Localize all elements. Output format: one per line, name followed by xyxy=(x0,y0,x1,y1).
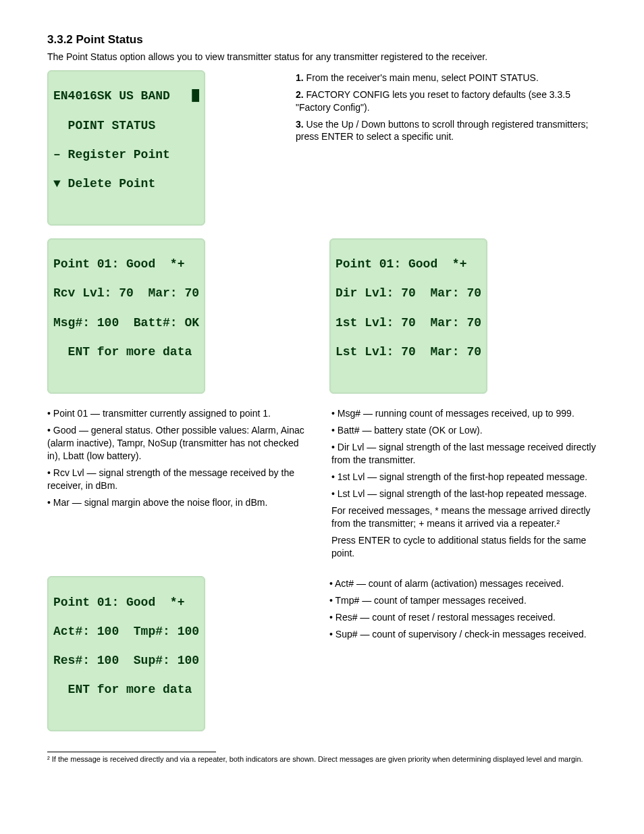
counts-bullet-2: Tmp# — count of tamper messages received… xyxy=(336,595,527,606)
lcd-status-counts-line-1: Point 01: Good *+ xyxy=(53,596,199,610)
left-bullet-2: Good — general status. Other possible va… xyxy=(47,425,304,461)
lcd-menu-screen: EN4016SK US BAND █ POINT STATUS – Regist… xyxy=(47,70,205,226)
right-bullet-2: Batt# — battery state (OK or Low). xyxy=(338,425,483,436)
counts-bullet-3: Res# — count of reset / restoral message… xyxy=(336,612,556,623)
lcd-menu-line-1: EN4016SK US BAND █ xyxy=(53,89,199,104)
lcd-status-hops: Point 01: Good *+ Dir Lvl: 70 Mar: 70 1s… xyxy=(329,238,487,394)
explanation-columns: • Point 01 — transmitter currently assig… xyxy=(47,406,597,563)
footnote-rule xyxy=(47,752,216,752)
lcd-status-primary: Point 01: Good *+ Rcv Lvl: 70 Mar: 70 Ms… xyxy=(47,238,205,394)
top-row: EN4016SK US BAND █ POINT STATUS – Regist… xyxy=(47,70,597,226)
section-heading: 3.3.2 Point Status xyxy=(47,32,597,48)
right-note-1: For received messages, * means the messa… xyxy=(331,504,597,530)
lcd-menu-line-2: POINT STATUS xyxy=(53,119,199,134)
lcd-status-hops-line-3: 1st Lvl: 70 Mar: 70 xyxy=(336,316,481,331)
right-bullet-5: Lst Lvl — signal strength of the last-ho… xyxy=(338,488,587,499)
step-list: 1. From the receiver's main menu, select… xyxy=(296,70,597,147)
lcd-status-primary-line-4: ENT for more data xyxy=(53,345,199,360)
counts-row: Point 01: Good *+ Act#: 100 Tmp#: 100 Re… xyxy=(47,576,597,731)
counts-bullet-4: Sup# — count of supervisory / check-in m… xyxy=(336,629,587,640)
lcd-status-counts-line-3: Res#: 100 Sup#: 100 xyxy=(53,654,199,669)
step-1: From the receiver's main menu, select PO… xyxy=(306,72,539,83)
explanation-left: • Point 01 — transmitter currently assig… xyxy=(47,406,313,513)
lcd-status-counts-line-2: Act#: 100 Tmp#: 100 xyxy=(53,625,199,640)
footnote: ² If the message is received directly an… xyxy=(47,755,587,764)
lcd-status-primary-line-1: Point 01: Good *+ xyxy=(53,257,199,272)
lcd-status-primary-line-2: Rcv Lvl: 70 Mar: 70 xyxy=(53,286,199,301)
lcd-menu-line-3: – Register Point xyxy=(53,148,199,163)
lcd-status-counts-line-4: ENT for more data xyxy=(53,683,199,698)
step-3: Use the Up / Down buttons to scroll thro… xyxy=(296,119,588,142)
right-bullet-4: 1st Lvl — signal strength of the first-h… xyxy=(338,471,587,482)
right-bullet-3: Dir Lvl — signal strength of the last me… xyxy=(331,442,596,465)
right-bullet-1: Msg# — running count of messages receive… xyxy=(338,408,574,419)
lcd-status-hops-line-4: Lst Lvl: 70 Mar: 70 xyxy=(336,345,481,360)
lcd-status-hops-line-1: Point 01: Good *+ xyxy=(336,257,481,272)
counts-bullets: • Act# — count of alarm (activation) mes… xyxy=(329,576,597,645)
counts-bullet-1: Act# — count of alarm (activation) messa… xyxy=(335,578,564,589)
left-bullet-3: Rcv Lvl — signal strength of the message… xyxy=(47,467,294,491)
lcd-status-primary-line-3: Msg#: 100 Batt#: OK xyxy=(53,316,199,331)
left-bullet-4: Mar — signal margin above the noise floo… xyxy=(53,497,268,508)
status-row: Point 01: Good *+ Rcv Lvl: 70 Mar: 70 Ms… xyxy=(47,238,597,394)
step-2: FACTORY CONFIG lets you reset to factory… xyxy=(296,89,570,113)
intro-paragraph: The Point Status option allows you to vi… xyxy=(47,51,597,63)
left-bullet-1: Point 01 — transmitter currently assigne… xyxy=(53,408,271,419)
lcd-menu-line-4: ▼ Delete Point xyxy=(53,177,199,192)
right-note-2: Press ENTER to cycle to additional statu… xyxy=(331,534,597,560)
lcd-status-counts: Point 01: Good *+ Act#: 100 Tmp#: 100 Re… xyxy=(47,576,205,731)
lcd-status-hops-line-2: Dir Lvl: 70 Mar: 70 xyxy=(336,286,481,301)
explanation-right: • Msg# — running count of messages recei… xyxy=(331,406,597,563)
